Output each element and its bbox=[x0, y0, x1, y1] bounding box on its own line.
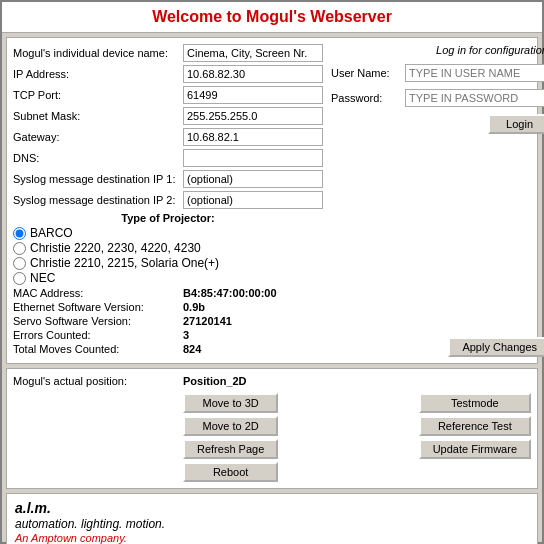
servo-sw-value: 27120141 bbox=[183, 315, 232, 327]
moves-label: Total Moves Counted: bbox=[13, 343, 183, 355]
ip-address-input[interactable] bbox=[183, 65, 323, 83]
moves-row: Total Moves Counted: 824 bbox=[13, 343, 323, 355]
syslog1-row: Syslog message destination IP 1: bbox=[13, 170, 323, 188]
apply-changes-button[interactable]: Apply Changes bbox=[448, 337, 544, 357]
eth-sw-row: Ethernet Software Version: 0.9b bbox=[13, 301, 323, 313]
eth-sw-value: 0.9b bbox=[183, 301, 205, 313]
move-to-2d-button[interactable]: Move to 2D bbox=[183, 416, 278, 436]
servo-sw-row: Servo Software Version: 27120141 bbox=[13, 315, 323, 327]
radio-christie2-input[interactable] bbox=[13, 257, 26, 270]
position-row: Mogul's actual position: Position_2D bbox=[13, 375, 531, 387]
move-to-3d-button[interactable]: Move to 3D bbox=[183, 393, 278, 413]
device-name-label: Mogul's individual device name: bbox=[13, 47, 183, 59]
radio-barco: BARCO bbox=[13, 226, 323, 240]
syslog1-label: Syslog message destination IP 1: bbox=[13, 173, 183, 185]
buttons-area: Move to 3D Move to 2D Refresh Page Reboo… bbox=[13, 393, 531, 482]
brand-section: a.l.m. automation. lighting. motion. An … bbox=[6, 493, 538, 544]
ip-address-label: IP Address: bbox=[13, 68, 183, 80]
subnet-mask-input[interactable] bbox=[183, 107, 323, 125]
projector-title: Type of Projector: bbox=[13, 212, 323, 224]
errors-label: Errors Counted: bbox=[13, 329, 183, 341]
right-buttons: Testmode Reference Test Update Firmware bbox=[419, 393, 531, 482]
password-label: Password: bbox=[331, 92, 401, 104]
tcp-port-label: TCP Port: bbox=[13, 89, 183, 101]
tcp-port-input[interactable] bbox=[183, 86, 323, 104]
servo-sw-label: Servo Software Version: bbox=[13, 315, 183, 327]
syslog2-label: Syslog message destination IP 2: bbox=[13, 194, 183, 206]
gateway-input[interactable] bbox=[183, 128, 323, 146]
syslog2-input[interactable] bbox=[183, 191, 323, 209]
errors-value: 3 bbox=[183, 329, 189, 341]
brand-company: An Amptown company. bbox=[15, 532, 529, 544]
radio-nec-label: NEC bbox=[30, 271, 55, 285]
username-row: User Name: bbox=[331, 64, 544, 82]
page-title: Welcome to Mogul's Webserver bbox=[152, 8, 392, 25]
mac-label: MAC Address: bbox=[13, 287, 183, 299]
mac-row: MAC Address: B4:85:47:00:00:00 bbox=[13, 287, 323, 299]
subnet-mask-label: Subnet Mask: bbox=[13, 110, 183, 122]
gateway-label: Gateway: bbox=[13, 131, 183, 143]
left-buttons: Move to 3D Move to 2D Refresh Page Reboo… bbox=[183, 393, 278, 482]
testmode-button[interactable]: Testmode bbox=[419, 393, 531, 413]
radio-christie2: Christie 2210, 2215, Solaria One(+) bbox=[13, 256, 323, 270]
radio-christie1-label: Christie 2220, 2230, 4220, 4230 bbox=[30, 241, 201, 255]
reboot-button[interactable]: Reboot bbox=[183, 462, 278, 482]
projector-section: Type of Projector: BARCO Christie 2220, … bbox=[13, 212, 323, 285]
apply-row: Apply Changes bbox=[331, 337, 544, 357]
syslog1-input[interactable] bbox=[183, 170, 323, 188]
dns-label: DNS: bbox=[13, 152, 183, 164]
mac-value: B4:85:47:00:00:00 bbox=[183, 287, 277, 299]
radio-barco-label: BARCO bbox=[30, 226, 73, 240]
login-button[interactable]: Login bbox=[488, 114, 544, 134]
position-label: Mogul's actual position: bbox=[13, 375, 183, 387]
right-panel: Log in for configuration: User Name: Pas… bbox=[331, 44, 544, 357]
refresh-page-button[interactable]: Refresh Page bbox=[183, 439, 278, 459]
radio-barco-input[interactable] bbox=[13, 227, 26, 240]
config-section: Mogul's individual device name: IP Addre… bbox=[6, 37, 538, 364]
syslog2-row: Syslog message destination IP 2: bbox=[13, 191, 323, 209]
radio-christie1: Christie 2220, 2230, 4220, 4230 bbox=[13, 241, 323, 255]
password-input[interactable] bbox=[405, 89, 544, 107]
eth-sw-label: Ethernet Software Version: bbox=[13, 301, 183, 313]
dns-input[interactable] bbox=[183, 149, 323, 167]
radio-christie1-input[interactable] bbox=[13, 242, 26, 255]
device-name-row: Mogul's individual device name: bbox=[13, 44, 323, 62]
ip-address-row: IP Address: bbox=[13, 65, 323, 83]
update-firmware-button[interactable]: Update Firmware bbox=[419, 439, 531, 459]
main-container: Welcome to Mogul's Webserver Mogul's ind… bbox=[0, 0, 544, 544]
radio-nec-input[interactable] bbox=[13, 272, 26, 285]
gateway-row: Gateway: bbox=[13, 128, 323, 146]
subnet-mask-row: Subnet Mask: bbox=[13, 107, 323, 125]
title-bar: Welcome to Mogul's Webserver bbox=[2, 2, 542, 33]
dns-row: DNS: bbox=[13, 149, 323, 167]
username-input[interactable] bbox=[405, 64, 544, 82]
errors-row: Errors Counted: 3 bbox=[13, 329, 323, 341]
left-panel: Mogul's individual device name: IP Addre… bbox=[13, 44, 323, 357]
position-value: Position_2D bbox=[183, 375, 247, 387]
brand-tagline: automation. lighting. motion. bbox=[15, 517, 529, 531]
login-prompt: Log in for configuration: bbox=[331, 44, 544, 56]
radio-nec: NEC bbox=[13, 271, 323, 285]
position-section: Mogul's actual position: Position_2D Mov… bbox=[6, 368, 538, 489]
username-label: User Name: bbox=[331, 67, 401, 79]
content-area: Mogul's individual device name: IP Addre… bbox=[2, 33, 542, 544]
moves-value: 824 bbox=[183, 343, 201, 355]
tcp-port-row: TCP Port: bbox=[13, 86, 323, 104]
brand-name: a.l.m. bbox=[15, 500, 529, 516]
password-row: Password: bbox=[331, 89, 544, 107]
reference-test-button[interactable]: Reference Test bbox=[419, 416, 531, 436]
device-name-input[interactable] bbox=[183, 44, 323, 62]
radio-christie2-label: Christie 2210, 2215, Solaria One(+) bbox=[30, 256, 219, 270]
